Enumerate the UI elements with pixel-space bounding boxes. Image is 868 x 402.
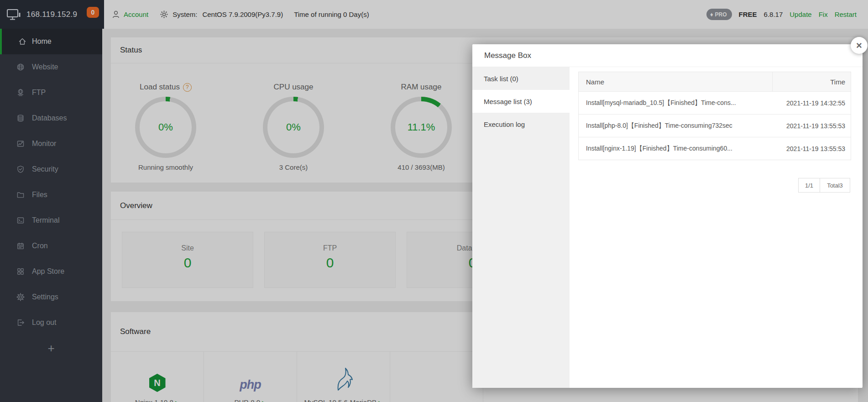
modal-header: Message Box	[472, 44, 863, 67]
message-box-modal: Message Box Task list (0) Message list (…	[472, 44, 863, 388]
page-indicator[interactable]: 1/1	[798, 178, 820, 193]
message-name: Install[nginx-1.19]【Finished】Time-consum…	[579, 137, 773, 160]
table-row[interactable]: Install[nginx-1.19]【Finished】Time-consum…	[579, 137, 851, 160]
table-row[interactable]: Install[php-8.0]【Finished】Time-consuming…	[579, 115, 851, 137]
message-name: Install[php-8.0]【Finished】Time-consuming…	[579, 115, 773, 137]
message-time: 2021-11-19 13:55:53	[773, 137, 851, 160]
total-count: Total3	[820, 178, 850, 193]
modal-tab-list: Task list (0) Message list (3) Execution…	[472, 67, 570, 388]
modal-title: Message Box	[484, 51, 531, 60]
message-table: Name Time Install[mysql-mariadb_10.5]【Fi…	[578, 72, 851, 160]
column-header-name: Name	[579, 72, 773, 92]
aapanel-dashboard: 168.119.152.9 0 Account System: CentOS 7…	[0, 0, 868, 402]
pagination: 1/1 Total3	[798, 178, 850, 193]
table-header-row: Name Time	[579, 72, 851, 92]
tab-message-list[interactable]: Message list (3)	[472, 90, 570, 113]
message-time: 2021-11-19 13:55:53	[773, 115, 851, 137]
tab-execution-log[interactable]: Execution log	[472, 113, 570, 136]
close-icon[interactable]: ×	[851, 37, 868, 54]
message-time: 2021-11-19 14:32:55	[773, 92, 851, 115]
table-row[interactable]: Install[mysql-mariadb_10.5]【Finished】Tim…	[579, 92, 851, 115]
tab-task-list[interactable]: Task list (0)	[472, 67, 570, 90]
message-name: Install[mysql-mariadb_10.5]【Finished】Tim…	[579, 92, 773, 115]
column-header-time: Time	[773, 72, 851, 92]
